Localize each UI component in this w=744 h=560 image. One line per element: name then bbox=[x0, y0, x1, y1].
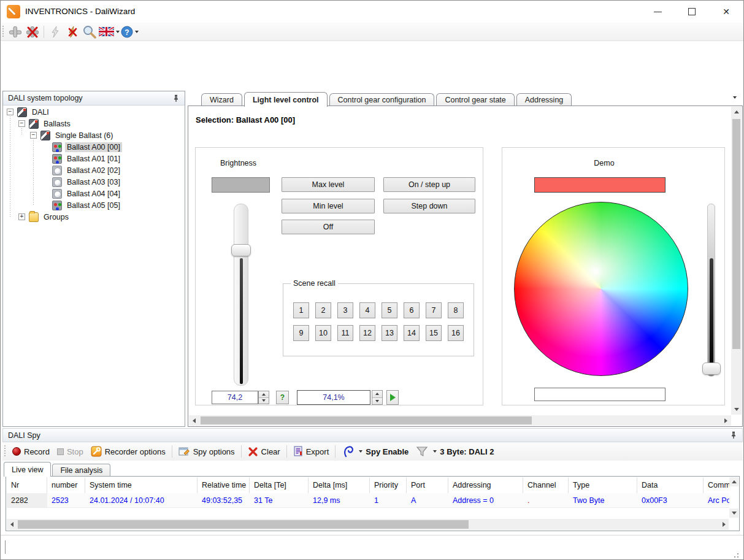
tree-item-label[interactable]: Ballasts bbox=[42, 119, 72, 129]
tree-item-label[interactable]: Ballast A02 [02] bbox=[65, 166, 122, 175]
connect-icon[interactable] bbox=[7, 24, 23, 40]
column-header-delta-te-[interactable]: Delta [Te] bbox=[250, 477, 309, 493]
table-row[interactable]: 2282252324.01.2024 / 10:07:4049:03:52,35… bbox=[7, 493, 729, 508]
column-header-number[interactable]: number bbox=[47, 477, 85, 493]
spy-options-button[interactable]: Spy options bbox=[178, 447, 235, 457]
tree-item[interactable]: Ballast A05 [05] bbox=[3, 199, 185, 211]
tab-list-dropdown-icon[interactable] bbox=[733, 96, 737, 99]
table-scroll-down-icon[interactable] bbox=[729, 508, 738, 518]
column-header-comma[interactable]: Comma bbox=[704, 477, 729, 493]
scene-button-11[interactable]: 11 bbox=[337, 325, 353, 341]
collapse-icon[interactable]: − bbox=[30, 132, 37, 139]
expand-icon[interactable]: + bbox=[18, 213, 25, 220]
scene-button-1[interactable]: 1 bbox=[293, 302, 309, 318]
column-header-relative-time[interactable]: Relative time bbox=[198, 477, 250, 493]
main-vertical-scrollbar[interactable] bbox=[731, 107, 742, 415]
demo-text-field[interactable] bbox=[534, 388, 665, 401]
tree-item-label[interactable]: Ballast A01 [01] bbox=[65, 154, 122, 164]
table-scroll-up-icon[interactable] bbox=[729, 477, 738, 486]
scene-button-5[interactable]: 5 bbox=[382, 302, 397, 318]
scene-button-3[interactable]: 3 bbox=[337, 302, 353, 318]
power-off-icon[interactable] bbox=[64, 24, 80, 40]
scroll-up-icon[interactable] bbox=[731, 107, 742, 117]
tree-item-label[interactable]: DALI bbox=[30, 107, 51, 117]
help-icon[interactable]: ? bbox=[121, 24, 139, 40]
spy-enable-button[interactable]: Spy Enable bbox=[342, 445, 408, 458]
help-question-button[interactable]: ? bbox=[276, 391, 289, 404]
tab-light-level-control[interactable]: Light level control bbox=[244, 92, 328, 107]
tree-item[interactable]: −Single Ballast (6) bbox=[3, 129, 185, 141]
pin-icon[interactable] bbox=[730, 431, 737, 439]
tree-item-label[interactable]: Ballast A03 [03] bbox=[65, 177, 122, 187]
scene-button-8[interactable]: 8 bbox=[448, 302, 464, 318]
power-icon[interactable] bbox=[47, 24, 63, 40]
scroll-down-icon[interactable] bbox=[731, 404, 742, 415]
collapse-icon[interactable]: − bbox=[18, 120, 25, 127]
column-header-port[interactable]: Port bbox=[407, 477, 448, 493]
spy-filter-button[interactable]: 3 Byte: DALI 2 bbox=[416, 446, 494, 458]
tree-item-label[interactable]: Ballast A04 [04] bbox=[65, 189, 122, 199]
brightness-value-field[interactable]: 74,2 bbox=[212, 391, 258, 404]
scroll-right-icon[interactable] bbox=[719, 519, 729, 530]
color-wheel[interactable] bbox=[514, 202, 688, 376]
brightness-percent-field[interactable]: 74,1% bbox=[297, 390, 370, 405]
apply-play-button[interactable] bbox=[386, 390, 399, 405]
column-header-system-time[interactable]: System time bbox=[85, 477, 198, 493]
tree-item[interactable]: Ballast A03 [03] bbox=[3, 176, 185, 188]
language-english-icon[interactable] bbox=[99, 24, 120, 40]
scroll-left-icon[interactable] bbox=[7, 519, 17, 530]
tree-item[interactable]: −DALI bbox=[3, 106, 185, 118]
scroll-thumb[interactable] bbox=[201, 416, 532, 424]
tree-item-label[interactable]: Single Ballast (6) bbox=[53, 131, 115, 140]
collapse-icon[interactable]: − bbox=[7, 109, 13, 115]
spy-tab-live-view[interactable]: Live view bbox=[4, 462, 51, 477]
recorder-options-button[interactable]: Recorder options bbox=[91, 446, 166, 457]
scene-button-6[interactable]: 6 bbox=[404, 302, 420, 318]
brightness-slider-thumb[interactable] bbox=[231, 244, 251, 256]
tab-control-gear-configuration[interactable]: Control gear configuration bbox=[329, 93, 435, 106]
tree-item-label[interactable]: Ballast A00 [00] bbox=[65, 142, 122, 152]
column-header-data[interactable]: Data bbox=[637, 477, 704, 493]
maximize-button[interactable] bbox=[675, 1, 709, 23]
scene-button-9[interactable]: 9 bbox=[293, 325, 309, 341]
scene-button-7[interactable]: 7 bbox=[426, 302, 442, 318]
scroll-thumb[interactable] bbox=[732, 119, 740, 349]
tab-addressing[interactable]: Addressing bbox=[516, 93, 572, 106]
demo-slider-thumb[interactable] bbox=[702, 362, 721, 375]
spin-down-icon[interactable] bbox=[259, 397, 269, 404]
tree-item[interactable]: Ballast A04 [04] bbox=[3, 188, 185, 199]
tree-item-label[interactable]: Groups bbox=[42, 212, 71, 222]
min-level-button[interactable]: Min level bbox=[282, 199, 375, 213]
column-header-nr[interactable]: Nr bbox=[7, 477, 47, 493]
scene-button-10[interactable]: 10 bbox=[315, 325, 331, 341]
scene-button-13[interactable]: 13 bbox=[382, 325, 397, 341]
off-button[interactable]: Off bbox=[282, 220, 375, 234]
spin-up-icon[interactable] bbox=[259, 391, 269, 397]
clear-button[interactable]: Clear bbox=[248, 447, 280, 457]
spin-up-icon[interactable] bbox=[372, 391, 382, 397]
scene-button-15[interactable]: 15 bbox=[426, 325, 442, 341]
scene-button-4[interactable]: 4 bbox=[359, 302, 375, 318]
scene-button-2[interactable]: 2 bbox=[315, 302, 331, 318]
table-horizontal-scrollbar[interactable] bbox=[7, 519, 729, 530]
export-button[interactable]: Export bbox=[293, 446, 329, 457]
spy-tab-file-analysis[interactable]: File analysis bbox=[52, 464, 110, 476]
column-header-addressing[interactable]: Addressing bbox=[448, 477, 523, 493]
scroll-thumb[interactable] bbox=[18, 520, 469, 529]
column-header-channel[interactable]: Channel bbox=[523, 477, 569, 493]
scene-button-12[interactable]: 12 bbox=[359, 325, 375, 341]
close-button[interactable]: ✕ bbox=[709, 1, 743, 23]
brightness-value-spinner[interactable] bbox=[258, 391, 269, 404]
column-header-delta-ms-[interactable]: Delta [ms] bbox=[309, 477, 370, 493]
search-icon[interactable] bbox=[82, 24, 98, 40]
tree-item[interactable]: +Groups bbox=[3, 211, 185, 223]
tree-item[interactable]: Ballast A00 [00] bbox=[3, 141, 185, 153]
pin-icon[interactable] bbox=[172, 94, 180, 102]
column-header-priority[interactable]: Priority bbox=[370, 477, 407, 493]
stop-button[interactable]: Stop bbox=[57, 447, 83, 456]
step-down-button[interactable]: Step down bbox=[383, 199, 475, 213]
column-header-type[interactable]: Type bbox=[569, 477, 637, 493]
spin-down-icon[interactable] bbox=[372, 397, 382, 405]
scene-button-14[interactable]: 14 bbox=[404, 325, 420, 341]
main-horizontal-scrollbar[interactable] bbox=[189, 415, 731, 426]
